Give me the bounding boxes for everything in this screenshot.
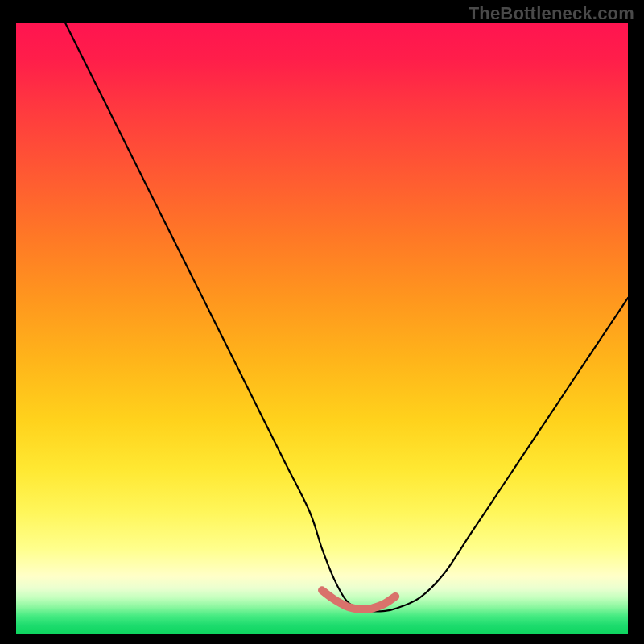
optimal-zone-marker (322, 590, 395, 609)
plot-area (16, 23, 628, 634)
chart-frame: TheBottleneck.com (0, 0, 644, 644)
watermark-text: TheBottleneck.com (469, 3, 634, 24)
curve-layer (16, 23, 628, 634)
bottleneck-curve (65, 23, 628, 612)
